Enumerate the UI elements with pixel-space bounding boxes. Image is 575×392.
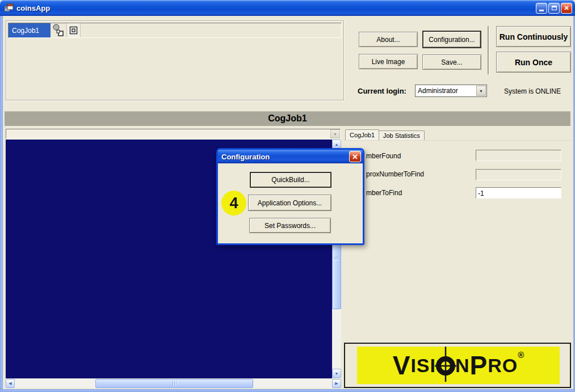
- region-display-button[interactable]: [66, 23, 81, 37]
- save-button[interactable]: Save...: [422, 54, 481, 70]
- thumb-grip: [334, 259, 339, 260]
- job-list-item-cogjob1[interactable]: CogJob1: [9, 23, 51, 37]
- step-annotation-badge: 4: [221, 191, 246, 216]
- window-controls: ✕: [536, 3, 572, 14]
- number-found-input: [476, 151, 561, 161]
- maximize-icon: [552, 6, 557, 10]
- logo-letter: ISI: [410, 356, 436, 375]
- logo-letter: P: [470, 352, 488, 378]
- live-image-button[interactable]: Live Image: [359, 54, 418, 69]
- approx-number-to-find-input: [476, 170, 561, 180]
- scroll-up-button[interactable]: ▲: [332, 140, 341, 149]
- job-item-label: CogJob1: [12, 27, 39, 35]
- job-header-title: CogJob1: [268, 113, 307, 124]
- button-column-divider: [488, 26, 489, 74]
- window-title: coinsApp: [16, 4, 536, 12]
- minimize-button[interactable]: [536, 3, 547, 14]
- system-status-text: System is ONLINE: [504, 87, 561, 95]
- approx-number-to-find-field: [476, 169, 561, 180]
- record-selector-dropdown[interactable]: ▼: [6, 129, 341, 139]
- visionpro-logo: V ISI N P RO ®: [357, 347, 560, 384]
- logo-letter: V: [393, 352, 411, 378]
- crosshair-target-icon: [435, 347, 456, 384]
- scroll-left-icon: ◀: [9, 381, 11, 386]
- application-options-button[interactable]: Application Options...: [248, 195, 331, 211]
- login-dropdown-value: Administrator: [415, 87, 476, 95]
- dialog-close-button[interactable]: ✕: [349, 151, 361, 162]
- minimize-icon: [539, 10, 544, 11]
- job-list-toolbar: CogJob1: [8, 23, 342, 38]
- tab-job-statistics[interactable]: Job Statistics: [379, 130, 425, 140]
- maximize-button[interactable]: [548, 3, 560, 14]
- thumb-grip: [334, 257, 339, 258]
- registered-trademark-icon: ®: [518, 350, 524, 360]
- close-icon: ✕: [564, 5, 569, 12]
- configuration-button[interactable]: Configuration...: [422, 31, 481, 48]
- thumb-grip: [173, 381, 173, 386]
- acquire-image-icon[interactable]: [51, 23, 66, 37]
- logo-letter: RO: [488, 356, 518, 375]
- close-icon: ✕: [352, 153, 358, 161]
- dialog-titlebar: Configuration ✕: [218, 150, 363, 163]
- square-region-icon: [69, 26, 78, 35]
- number-to-find-input[interactable]: [476, 188, 561, 199]
- window-border-left: [0, 16, 3, 389]
- scroll-down-icon: ▼: [335, 372, 339, 376]
- scroll-right-button[interactable]: ▶: [332, 379, 341, 388]
- current-login-label: Current login:: [358, 87, 406, 95]
- run-continuously-button[interactable]: Run Continuously: [496, 26, 571, 47]
- thumb-grip: [334, 258, 339, 259]
- quickbuild-button[interactable]: QuickBuild...: [250, 172, 331, 188]
- approx-number-to-find-label: proxNumberToFind: [366, 170, 424, 178]
- close-button[interactable]: ✕: [561, 3, 572, 14]
- logo-letter: N: [455, 356, 470, 375]
- tab-cogjob1[interactable]: CogJob1: [345, 129, 379, 140]
- job-header-bar: CogJob1: [5, 111, 570, 126]
- about-button[interactable]: About...: [359, 32, 418, 47]
- scroll-right-icon: ▶: [335, 381, 338, 386]
- number-to-find-label: mberToFind: [366, 189, 402, 197]
- chevron-down-icon[interactable]: ▼: [476, 86, 486, 96]
- scroll-left-button[interactable]: ◀: [6, 379, 15, 388]
- window-border-bottom: [0, 389, 575, 392]
- number-found-label: mberFound: [366, 152, 401, 160]
- app-icon: [4, 3, 14, 12]
- set-passwords-button[interactable]: Set Passwords...: [249, 218, 331, 233]
- number-found-field: [476, 150, 561, 161]
- scroll-up-icon: ▲: [335, 142, 339, 146]
- visionpro-logo-box: V ISI N P RO ®: [344, 343, 571, 388]
- run-once-button[interactable]: Run Once: [496, 52, 571, 73]
- horizontal-scrollbar-thumb[interactable]: [95, 379, 253, 388]
- step-annotation-number: 4: [229, 195, 238, 212]
- dialog-title: Configuration: [221, 153, 349, 161]
- thumb-grip: [174, 381, 175, 386]
- number-to-find-field[interactable]: [476, 187, 561, 199]
- window-titlebar: coinsApp ✕: [0, 0, 575, 16]
- chevron-down-icon[interactable]: ▼: [330, 129, 340, 138]
- horizontal-scrollbar[interactable]: ◀ ▶: [6, 379, 341, 388]
- login-dropdown[interactable]: Administrator ▼: [415, 85, 487, 97]
- thumb-grip: [176, 381, 177, 386]
- scroll-down-button[interactable]: ▼: [332, 369, 341, 378]
